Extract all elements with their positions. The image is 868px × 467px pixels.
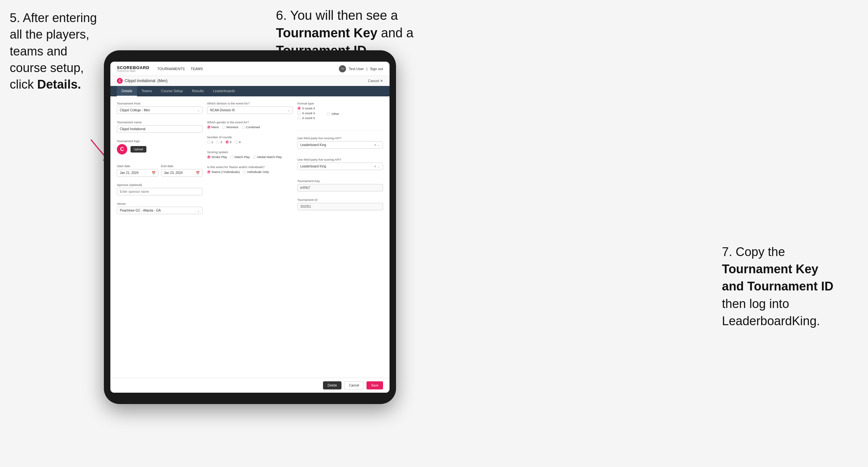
scoring-match-play[interactable]: Match Play bbox=[230, 155, 250, 159]
rounds-radio-group: 1 2 3 4 bbox=[207, 140, 293, 144]
nav-tournaments[interactable]: TOURNAMENTS bbox=[157, 67, 185, 71]
rounds-4-radio[interactable] bbox=[235, 141, 238, 144]
tabs-bar: Details Teams Course Setup Results Leade… bbox=[111, 86, 390, 96]
tournament-title-bar: C Clippd Invitational (Men) Cancel ✕ bbox=[111, 76, 390, 86]
individuals-only[interactable]: Individuals Only bbox=[243, 170, 269, 174]
tab-results[interactable]: Results bbox=[187, 86, 208, 96]
rounds-1[interactable]: 1 bbox=[207, 140, 213, 144]
format-type-group: Format type 5 count 4 6 count 4 bbox=[297, 101, 383, 121]
tournament-host-input[interactable]: Clippd College - Men bbox=[117, 106, 203, 114]
third-party2-clear[interactable]: ✕ ⌄ bbox=[374, 165, 380, 168]
end-date-input[interactable]: Jan 23, 2024 📅 bbox=[161, 169, 203, 177]
format-5count4-radio[interactable] bbox=[297, 107, 301, 110]
teams-radio-group: Teams (+Individuals) Individuals Only bbox=[207, 170, 293, 174]
venue-group: Venue Peachtree GC - Atlanta - GA bbox=[117, 202, 203, 214]
division-input[interactable]: NCAA Division III bbox=[207, 106, 293, 114]
cancel-button-footer[interactable]: Cancel bbox=[344, 381, 364, 390]
tournament-id-label: Tournament ID bbox=[297, 198, 383, 201]
rounds-3[interactable]: 3 bbox=[226, 140, 231, 144]
teams-group: Is this event for Teams and/or Individua… bbox=[207, 165, 293, 174]
rounds-3-radio[interactable] bbox=[226, 141, 229, 144]
save-button[interactable]: Save bbox=[367, 381, 383, 390]
scoring-stroke-radio[interactable] bbox=[207, 155, 210, 159]
date-row: Start date Jan 21, 2024 📅 End date Jan 2… bbox=[117, 164, 203, 177]
venue-input[interactable]: Peachtree GC - Atlanta - GA bbox=[117, 207, 203, 214]
format-columns: 5 count 4 6 count 4 6 count 5 bbox=[297, 106, 383, 121]
tournament-host-label: Tournament Host bbox=[117, 101, 203, 105]
format-5count4[interactable]: 5 count 4 bbox=[297, 106, 315, 110]
tournament-logo-icon: C bbox=[117, 78, 123, 84]
tournament-title: Clippd Invitational bbox=[125, 79, 155, 83]
logo-preview: C bbox=[117, 144, 127, 154]
tab-course-setup[interactable]: Course Setup bbox=[156, 86, 187, 96]
tournament-id-group: Tournament ID 302051 bbox=[297, 198, 383, 210]
teams-label: Is this event for Teams and/or Individua… bbox=[207, 165, 293, 169]
format-type-label: Format type bbox=[297, 101, 383, 105]
tournament-name-input[interactable]: Clippd Invitational bbox=[117, 125, 203, 133]
calendar-icon-start: 📅 bbox=[152, 171, 155, 175]
scoring-match-radio[interactable] bbox=[230, 155, 234, 159]
start-date-input[interactable]: Jan 21, 2024 📅 bbox=[117, 169, 158, 177]
individuals-radio[interactable] bbox=[243, 170, 246, 174]
tournament-name-label: Tournament name bbox=[117, 120, 203, 124]
format-6count5-radio[interactable] bbox=[297, 117, 301, 120]
sponsor-input[interactable] bbox=[117, 188, 203, 195]
tournament-host-group: Tournament Host Clippd College - Men bbox=[117, 101, 203, 114]
rounds-group: Number of rounds 1 2 bbox=[207, 135, 293, 144]
scoring-medal-match[interactable]: Medal Match Play bbox=[253, 155, 282, 159]
division-label: Which division is the event for? bbox=[207, 101, 293, 105]
third-party1-label: Use third-party live scoring API? bbox=[297, 136, 383, 140]
gender-combined-radio[interactable] bbox=[242, 126, 245, 129]
rounds-1-radio[interactable] bbox=[207, 141, 210, 144]
cancel-button-top[interactable]: Cancel ✕ bbox=[368, 79, 383, 83]
form-content: Tournament Host Clippd College - Men Tou… bbox=[111, 96, 390, 378]
rounds-label: Number of rounds bbox=[207, 135, 293, 139]
form-col2: Which division is the event for? NCAA Di… bbox=[207, 101, 293, 217]
third-party2-input[interactable]: Leaderboard King ✕ ⌄ bbox=[297, 163, 383, 170]
divider1 bbox=[297, 130, 383, 130]
format-other-radio[interactable] bbox=[327, 112, 330, 116]
rounds-2[interactable]: 2 bbox=[216, 140, 222, 144]
format-6count5[interactable]: 6 count 5 bbox=[297, 116, 315, 120]
teams-plus-individuals[interactable]: Teams (+Individuals) bbox=[207, 170, 240, 174]
rounds-4[interactable]: 4 bbox=[235, 140, 241, 144]
header-nav: TOURNAMENTS TEAMS bbox=[157, 67, 203, 71]
annotation-left: 5. After entering all the players, teams… bbox=[10, 10, 111, 93]
tournament-subtitle: (Men) bbox=[157, 79, 167, 83]
tournament-key-group: Tournament Key b4f9b7 bbox=[297, 179, 383, 191]
gender-combined[interactable]: Combined bbox=[242, 125, 260, 129]
form-footer: Delete Cancel Save bbox=[111, 378, 390, 393]
delete-button[interactable]: Delete bbox=[323, 381, 341, 390]
third-party2-label: Use third-party live scoring API? bbox=[297, 158, 383, 161]
gender-mens[interactable]: Mens bbox=[207, 125, 219, 129]
tab-teams[interactable]: Teams bbox=[137, 86, 156, 96]
form-col3: Format type 5 count 4 6 count 4 bbox=[297, 101, 383, 217]
division-group: Which division is the event for? NCAA Di… bbox=[207, 101, 293, 114]
format-other[interactable]: Other bbox=[327, 106, 339, 121]
rounds-2-radio[interactable] bbox=[216, 141, 219, 144]
upload-button[interactable]: Upload bbox=[130, 146, 146, 153]
gender-womens[interactable]: Womens bbox=[222, 125, 238, 129]
logo-title: SCOREBOARD bbox=[117, 66, 149, 70]
tournament-id-value: 302051 bbox=[297, 203, 383, 210]
annotation-bottom-right: 7. Copy the Tournament Key and Tournamen… bbox=[722, 243, 858, 330]
format-6count4-radio[interactable] bbox=[297, 112, 301, 115]
gender-womens-radio[interactable] bbox=[222, 126, 225, 129]
tablet-device: SCOREBOARD Powered by clippd TOURNAMENTS… bbox=[104, 50, 396, 404]
venue-label: Venue bbox=[117, 202, 203, 206]
tab-leaderboards[interactable]: Leaderboards bbox=[208, 86, 240, 96]
third-party1-input[interactable]: Leaderboard King ✕ ⌄ bbox=[297, 141, 383, 149]
scoring-label: Scoring system bbox=[207, 150, 293, 154]
third-party1-clear[interactable]: ✕ ⌄ bbox=[374, 144, 380, 147]
calendar-icon-end: 📅 bbox=[196, 171, 199, 175]
header-separator: | bbox=[367, 67, 368, 71]
format-6count4[interactable]: 6 count 4 bbox=[297, 111, 315, 115]
gender-mens-radio[interactable] bbox=[207, 126, 210, 129]
teams-radio[interactable] bbox=[207, 170, 210, 174]
nav-teams[interactable]: TEAMS bbox=[190, 67, 203, 71]
sign-out-link[interactable]: Sign out bbox=[370, 67, 383, 71]
scoring-stroke-play[interactable]: Stroke Play bbox=[207, 155, 227, 159]
scoring-medal-radio[interactable] bbox=[253, 155, 256, 159]
sponsor-label: Sponsor (optional) bbox=[117, 183, 203, 187]
tab-details[interactable]: Details bbox=[117, 86, 137, 96]
